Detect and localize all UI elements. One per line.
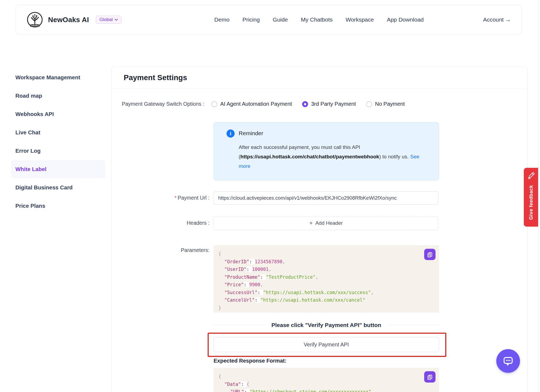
parameters-label: Parameters: bbox=[112, 247, 210, 253]
verify-instruction-divider: Please click "Verify Payment API" button bbox=[214, 322, 439, 328]
chat-widget-button[interactable] bbox=[496, 349, 520, 373]
add-header-label: Add Header bbox=[315, 220, 343, 226]
code-token-key: "Price" bbox=[224, 282, 244, 287]
code-token-comma: , bbox=[316, 274, 318, 280]
code-token-key: "CancelUrl" bbox=[224, 297, 255, 303]
sidebar-item-workspace-management[interactable]: Workspace Management bbox=[11, 68, 105, 87]
code-line: "OrderID": 1234567890, bbox=[218, 258, 420, 266]
code-token-brace: { bbox=[218, 251, 221, 257]
sidebar-item-road-map[interactable]: Road map bbox=[11, 87, 105, 105]
code-token-number: 1234567890 bbox=[255, 259, 282, 264]
region-selector-label: Global bbox=[99, 17, 113, 22]
code-line: "Data": { bbox=[218, 380, 420, 388]
pencil-icon bbox=[527, 172, 535, 181]
code-token-colon: : bbox=[249, 259, 255, 264]
radio-3rd-party-payment[interactable]: 3rd Party Payment bbox=[302, 101, 356, 107]
code-token-comma: , bbox=[260, 282, 263, 287]
code-line: { bbox=[218, 373, 420, 380]
code-token-key: "SuccessUrl" bbox=[224, 290, 258, 295]
copy-icon bbox=[426, 251, 433, 258]
code-token-colon: : bbox=[244, 389, 249, 392]
code-token-key: "URL" bbox=[230, 389, 244, 392]
add-header-button[interactable]: + Add Header bbox=[214, 216, 438, 230]
sidebar-item-white-label[interactable]: White Label bbox=[11, 160, 105, 178]
plus-icon: + bbox=[309, 220, 313, 226]
copy-expected-response-button[interactable] bbox=[424, 371, 436, 383]
code-line: "UserID": 100001, bbox=[218, 265, 420, 273]
code-token-colon: : bbox=[247, 267, 252, 272]
divider-line bbox=[214, 325, 264, 325]
payment-settings-card: Payment Settings Payment Gateway Switch … bbox=[112, 67, 528, 392]
code-token-colon: : bbox=[258, 290, 263, 295]
reminder-alert: i Reminder After each successful payment… bbox=[214, 122, 439, 180]
reminder-title: Reminder bbox=[239, 130, 263, 137]
code-token-key: "UserID" bbox=[224, 267, 247, 272]
newoaks-app: NewOaks AI Global Demo Pricing Guide My … bbox=[0, 0, 540, 392]
radio-checked-icon[interactable] bbox=[302, 101, 308, 107]
code-token-key: "OrderID" bbox=[224, 259, 249, 264]
nav-item-demo[interactable]: Demo bbox=[214, 16, 230, 23]
nav-item-my-chatbots[interactable]: My Chatbots bbox=[301, 16, 333, 23]
nav-item-guide[interactable]: Guide bbox=[273, 16, 288, 23]
sidebar-item-webhooks-api[interactable]: Webhooks API bbox=[11, 105, 105, 123]
account-link[interactable]: Account → bbox=[483, 16, 511, 23]
verify-instruction-text: Please click "Verify Payment API" button bbox=[264, 322, 388, 328]
sidebar-item-digital-business-card[interactable]: Digital Business Card bbox=[11, 178, 105, 197]
parameters-code-block: { "OrderID": 1234567890, "UserID": 10000… bbox=[214, 245, 439, 313]
code-token-comma: , bbox=[371, 389, 374, 392]
code-line: "SuccessUrl": "https://usapi.hottask.com… bbox=[218, 289, 420, 296]
give-feedback-tab[interactable]: Give feedback bbox=[524, 168, 538, 227]
code-token-colon: : bbox=[260, 274, 266, 280]
code-token-comma: , bbox=[371, 290, 373, 295]
expected-response-code-block: { "Data": { "URL": "https://checkout.str… bbox=[214, 368, 439, 392]
reminder-body: After each successful payment, you must … bbox=[239, 142, 431, 171]
copy-parameters-button[interactable] bbox=[424, 249, 436, 260]
divider-line bbox=[388, 325, 439, 325]
code-token-comma: , bbox=[269, 267, 271, 272]
code-line: { bbox=[218, 250, 420, 258]
expected-response-label: Expected Response Format: bbox=[214, 358, 286, 364]
info-icon: i bbox=[227, 129, 235, 138]
code-token-colon: : bbox=[244, 282, 249, 287]
give-feedback-label: Give feedback bbox=[528, 185, 534, 220]
payment-url-input[interactable] bbox=[214, 191, 438, 205]
copy-icon bbox=[426, 373, 433, 380]
chevron-down-icon bbox=[114, 17, 118, 22]
page-scrollbar[interactable] bbox=[538, 0, 540, 392]
code-token-brace: { bbox=[218, 374, 221, 379]
code-token-string: "https://checkout.stripe.com/xxxxxxxxxxx… bbox=[250, 389, 371, 392]
code-token-key: "Data" bbox=[224, 381, 241, 387]
settings-sidebar: Workspace Management Road map Webhooks A… bbox=[11, 68, 105, 215]
main-nav: Demo Pricing Guide My Chatbots Workspace… bbox=[214, 16, 424, 23]
code-line: "ProductName": "TestProductPrice", bbox=[218, 273, 420, 281]
gateway-switch-row: Payment Gateway Switch Options : AI Agen… bbox=[122, 101, 415, 107]
code-token-key: "ProductName" bbox=[224, 274, 260, 280]
radio-no-payment[interactable]: No Payment bbox=[366, 101, 405, 107]
headers-label: Headers : bbox=[112, 220, 210, 226]
code-token-string: "https://usapi.hottask.com/xxx/success" bbox=[263, 290, 371, 295]
payment-url-label: *Payment Url : bbox=[112, 195, 210, 201]
newoaks-logo bbox=[26, 11, 43, 28]
sidebar-item-live-chat[interactable]: Live Chat bbox=[11, 123, 105, 142]
code-token-colon: : bbox=[241, 381, 246, 387]
code-token-brace: } bbox=[218, 305, 221, 311]
nav-item-app-download[interactable]: App Download bbox=[387, 16, 424, 23]
code-line: "URL": "https://checkout.stripe.com/xxxx… bbox=[218, 388, 420, 392]
verify-payment-api-button[interactable]: Verify Payment API bbox=[214, 337, 439, 352]
nav-item-workspace[interactable]: Workspace bbox=[346, 16, 374, 23]
code-token-comma: , bbox=[282, 259, 285, 264]
code-line: "CancelUrl": "https://usapi.hottask.com/… bbox=[218, 296, 420, 304]
code-line: } bbox=[218, 304, 420, 312]
radio-ai-agent-automation-payment[interactable]: AI Agent Automation Payment bbox=[211, 101, 292, 107]
code-token-number: 100001 bbox=[252, 267, 268, 272]
radio-unchecked-icon[interactable] bbox=[211, 101, 217, 107]
page-title: Payment Settings bbox=[124, 73, 187, 82]
gateway-switch-label: Payment Gateway Switch Options : bbox=[122, 101, 204, 107]
nav-item-pricing[interactable]: Pricing bbox=[242, 16, 260, 23]
reminder-api-url: https://usapi.hottask.com/chat/chatbot/p… bbox=[240, 154, 379, 159]
radio-unchecked-icon[interactable] bbox=[366, 101, 372, 107]
sidebar-item-price-plans[interactable]: Price Plans bbox=[11, 197, 105, 215]
code-token-string: "TestProductPrice" bbox=[266, 274, 316, 280]
sidebar-item-error-log[interactable]: Error Log bbox=[11, 142, 105, 160]
region-selector[interactable]: Global bbox=[96, 16, 122, 24]
